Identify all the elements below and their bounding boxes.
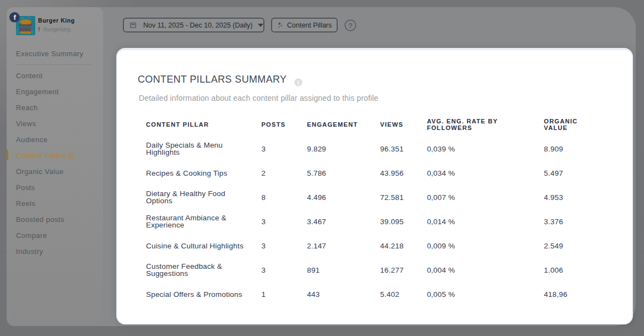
svg-text:?: ? — [348, 21, 353, 30]
svg-text:i: i — [297, 79, 299, 86]
svg-text:?: ? — [70, 153, 73, 158]
svg-text:f: f — [14, 13, 17, 21]
svg-text:KING: KING — [20, 26, 31, 32]
